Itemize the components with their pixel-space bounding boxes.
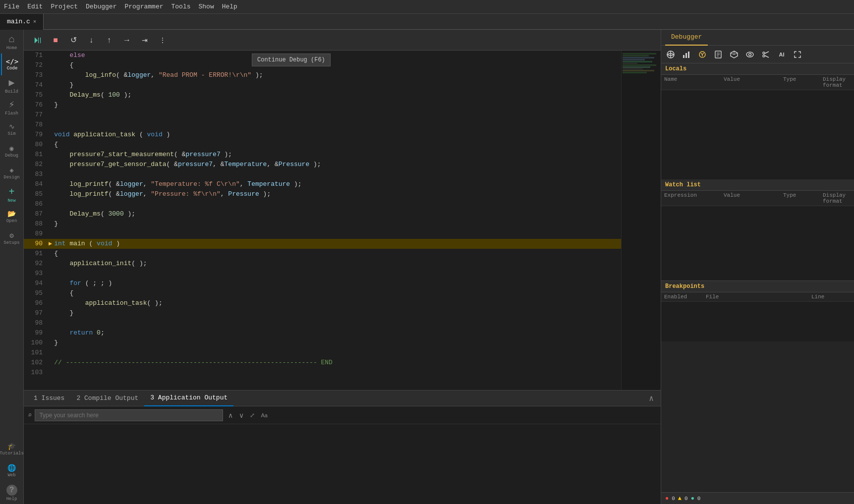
minimap (621, 51, 661, 390)
locals-title: Locals (661, 63, 854, 75)
bottom-search-bar: ⌕ ∧ ∨ ⤢ Aa (24, 406, 661, 424)
table-row: 92 application_init( ); (24, 259, 621, 269)
svg-rect-3 (685, 53, 687, 58)
debug-toolbar: ⏯ ■ ↺ ↓ ↑ → ⇥ ⋮ Continue Debug (F6) (24, 30, 661, 51)
sidebar-item-debug[interactable]: ◉ Debug (1, 141, 23, 163)
sidebar-item-new[interactable]: + New (1, 184, 23, 206)
step-over-btn[interactable]: ↑ (101, 32, 117, 48)
table-row: 86 (24, 199, 621, 209)
menu-programmer[interactable]: Programmer (124, 3, 163, 10)
menu-debugger[interactable]: Debugger (86, 3, 116, 10)
search-case-btn[interactable]: Aa (259, 410, 269, 420)
tab-debugger-panel[interactable]: Debugger (665, 30, 708, 46)
search-next-btn[interactable]: ∨ (237, 410, 246, 420)
table-row: 95 { (24, 288, 621, 298)
svg-point-15 (746, 52, 753, 57)
menu-show[interactable]: Show (199, 3, 214, 10)
search-expand-btn[interactable]: ⤢ (248, 410, 257, 420)
stop-debug-btn[interactable]: ■ (48, 32, 63, 48)
svg-line-14 (734, 53, 738, 55)
table-row: 100 } (24, 338, 621, 348)
table-row: 73 log_info( &logger, "Read PROM - ERROR… (24, 70, 621, 80)
sidebar-item-sim[interactable]: ∿ Sim (1, 119, 23, 141)
tab-issues[interactable]: 1 Issues (28, 391, 70, 406)
more-debug-btn[interactable]: ⋮ (155, 32, 171, 48)
table-row: 96 application_task( ); (24, 298, 621, 308)
sidebar-item-flash[interactable]: ⚡ Flash (1, 97, 23, 119)
breakpoints-table-header: Enabled File Line (661, 292, 854, 302)
tab-compile-output[interactable]: 2 Compile Output (70, 391, 144, 406)
table-row: 71 else (24, 51, 621, 60)
bp-col-enabled: Enabled (664, 294, 704, 300)
svg-point-18 (763, 55, 765, 57)
svg-point-16 (749, 53, 751, 56)
watch-content (661, 206, 854, 280)
step-into-btn[interactable]: ↓ (83, 32, 99, 48)
continue-debug-btn[interactable]: ⏯ (30, 32, 46, 48)
svg-line-13 (731, 53, 734, 55)
network-icon-btn[interactable] (663, 48, 678, 61)
tab-main-c[interactable]: main.c × (0, 14, 44, 30)
table-row: 90 ▶ int main ( void ) (24, 239, 621, 249)
ai-icon-btn[interactable]: AI (774, 48, 789, 61)
table-row: 80 { (24, 140, 621, 150)
sidebar-item-help[interactable]: ? Help (1, 482, 23, 504)
sidebar-item-setups[interactable]: ⚙ Setups (1, 228, 23, 250)
search-input[interactable] (35, 409, 223, 421)
menu-edit[interactable]: Edit (27, 3, 43, 10)
sidebar-item-design[interactable]: ◈ Design (1, 163, 23, 184)
tab-close-btn[interactable]: × (33, 19, 37, 25)
file-icon-btn[interactable] (711, 48, 726, 61)
table-row: 87 Delay_ms( 3000 ); (24, 209, 621, 219)
step-out-btn[interactable]: → (119, 32, 135, 48)
right-panel: Debugger AI (661, 30, 854, 504)
cube-icon-btn[interactable] (727, 48, 741, 61)
tab-label: main.c (7, 18, 30, 25)
code-scroll-area[interactable]: 71 else 72 { 73 log (24, 51, 621, 390)
right-panel-header: Debugger (661, 30, 854, 46)
right-main-content: Locals Name Value Type Display format Wa… (661, 63, 854, 492)
warning-indicator: ▲ (678, 495, 682, 502)
tab-application-output[interactable]: 3 Application Output (144, 391, 233, 406)
watch-table-header: Expression Value Type Display format (661, 191, 854, 206)
sidebar-item-open[interactable]: 📂 Open (1, 206, 23, 228)
table-row: 91 { (24, 249, 621, 259)
sidebar-item-build[interactable]: ▶ Build (1, 75, 23, 97)
collapse-panel-btn[interactable]: ∧ (646, 393, 657, 403)
svg-line-19 (765, 52, 769, 54)
table-row: 72 { (24, 60, 621, 70)
table-row: 98 (24, 318, 621, 328)
menu-help[interactable]: Help (222, 3, 237, 10)
locals-col-format: Display format (823, 76, 851, 88)
search-prev-btn[interactable]: ∧ (226, 410, 235, 420)
table-row: 82 pressure7_get_sensor_data( &pressure7… (24, 160, 621, 169)
watch-col-format: Display format (823, 192, 851, 204)
main-layout: ⌂ Home </> Code ▶ Build ⚡ Flash ∿ Sim ◉ … (0, 30, 854, 504)
table-row: 93 (24, 269, 621, 279)
svg-rect-4 (688, 52, 689, 58)
expand-icon-btn[interactable] (790, 48, 805, 61)
breakpoints-content (661, 302, 854, 341)
bottom-output-content (24, 424, 661, 504)
menu-file[interactable]: File (4, 3, 19, 10)
sidebar-item-web[interactable]: 🌐 Web (1, 460, 23, 482)
menu-tools[interactable]: Tools (171, 3, 190, 10)
breakpoints-section: Breakpoints Enabled File Line (661, 280, 854, 341)
table-row: 74 } (24, 80, 621, 90)
sidebar-item-code[interactable]: </> Code (1, 54, 23, 75)
table-row: 78 (24, 120, 621, 130)
table-row: 79 void application_task ( void ) (24, 130, 621, 140)
table-row: 99 return 0; (24, 328, 621, 338)
sidebar-item-home[interactable]: ⌂ Home (1, 32, 23, 54)
debug-icon-btn[interactable] (695, 48, 710, 61)
restart-debug-btn[interactable]: ↺ (65, 32, 81, 48)
sidebar-item-tutorials[interactable]: 🎓 Tutorials (1, 439, 23, 460)
table-row: 84 log_printf( &logger, "Temperature: %f… (24, 179, 621, 189)
menu-project[interactable]: Project (51, 3, 78, 10)
eye-icon-btn[interactable] (742, 48, 757, 61)
run-to-cursor-btn[interactable]: ⇥ (137, 32, 153, 48)
scissors-icon-btn[interactable] (758, 48, 773, 61)
right-toolbar: AI (661, 46, 854, 63)
table-row: 102 // ---------------------------------… (24, 358, 621, 368)
chart-icon-btn[interactable] (679, 48, 694, 61)
